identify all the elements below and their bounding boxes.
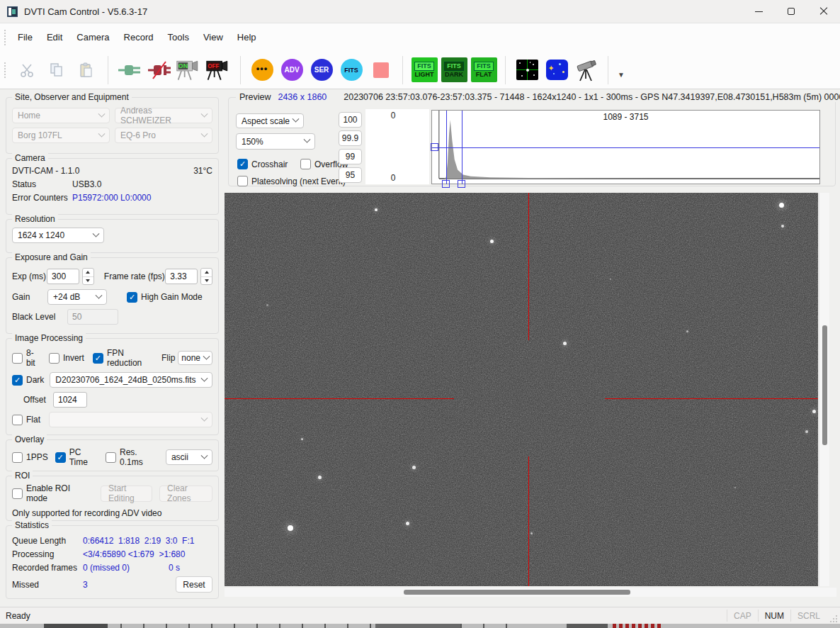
black-level-input[interactable] xyxy=(67,309,118,325)
camera-off-button[interactable]: OFF xyxy=(205,55,232,86)
menu-item-file[interactable]: File xyxy=(11,29,40,45)
record-adv-button[interactable]: ADV xyxy=(278,55,305,86)
fits-dark-icon: FITS DARK xyxy=(441,57,467,82)
enable-roi-checkbox[interactable] xyxy=(12,488,23,499)
exposure-stepper[interactable] xyxy=(82,268,94,285)
crosshair-checkbox[interactable]: ✓ xyxy=(237,159,248,169)
level-line-handle[interactable] xyxy=(431,143,438,151)
record-fits-button[interactable]: FITS xyxy=(338,55,365,86)
histogram[interactable]: 1089 - 3715 xyxy=(431,110,820,184)
num-lock-indicator: NUM xyxy=(758,610,790,621)
cut-button[interactable] xyxy=(13,55,40,86)
telescope-select[interactable]: Borg 107FL xyxy=(12,128,110,143)
pc-time-label: PC Time xyxy=(69,447,98,467)
percentile-button-99[interactable]: 99 xyxy=(339,149,362,164)
camera-temperature: 31°C xyxy=(193,166,212,176)
record-ser-button[interactable]: SER xyxy=(308,55,335,86)
menu-item-edit[interactable]: Edit xyxy=(40,29,69,45)
menu-item-camera[interactable]: Camera xyxy=(69,29,116,45)
night-sky-button[interactable]: ✦ xyxy=(543,55,570,86)
pc-time-checkbox[interactable]: ✓ xyxy=(55,452,66,463)
dark-file-select[interactable]: D20230706_1624_24dB_0250ms.fits xyxy=(50,372,212,388)
menu-item-help[interactable]: Help xyxy=(230,29,263,45)
statistics-row: Processing<3/4:65890 <1:679 >1:680 xyxy=(12,549,212,559)
menu-item-view[interactable]: View xyxy=(196,29,230,45)
horizontal-scrollbar-thumb[interactable] xyxy=(404,590,630,595)
missed-value: 3 xyxy=(83,580,176,590)
overlay-format-select[interactable]: ascii xyxy=(166,449,212,465)
platesolving-checkbox[interactable] xyxy=(237,176,248,186)
stop-record-button[interactable] xyxy=(368,55,395,86)
fits-light-button[interactable]: FITS LIGHT xyxy=(411,55,438,86)
telescope-button[interactable] xyxy=(573,55,600,86)
offset-input[interactable] xyxy=(53,392,87,408)
close-button[interactable] xyxy=(807,0,840,23)
preview-groupbox: Preview 2436 x 1860 20230706 23:57:03.07… xyxy=(228,97,836,186)
paste-button[interactable] xyxy=(73,55,100,86)
scissors-icon xyxy=(18,62,35,79)
histogram-level-line[interactable] xyxy=(432,147,819,148)
percentile-button-99.9[interactable]: 99.9 xyxy=(339,130,362,146)
close-icon xyxy=(819,7,828,16)
invert-checkbox[interactable] xyxy=(49,353,59,364)
fits-flat-button[interactable]: FITS FLAT xyxy=(470,55,497,86)
percentile-button-95[interactable]: 95 xyxy=(339,167,362,183)
vertical-scrollbar[interactable] xyxy=(819,193,829,586)
camera-group-title: Camera xyxy=(12,153,48,163)
white-point-handle[interactable] xyxy=(458,180,465,188)
gain-select[interactable]: +24 dB xyxy=(47,289,107,305)
horizontal-scrollbar[interactable] xyxy=(225,588,836,597)
star xyxy=(530,532,533,534)
missed-label: Missed xyxy=(12,580,83,590)
overflow-checkbox[interactable] xyxy=(300,159,311,169)
camera-on-icon: ON xyxy=(176,57,203,83)
background-window-sliver xyxy=(0,624,840,628)
fits-dark-button[interactable]: FITS DARK xyxy=(441,55,467,86)
paste-icon xyxy=(78,62,95,79)
flat-checkbox[interactable] xyxy=(12,415,23,425)
reset-button[interactable]: Reset xyxy=(176,576,212,593)
percentile-button-100[interactable]: 100 xyxy=(339,112,362,128)
zoom-select[interactable]: 150% xyxy=(236,133,315,150)
platesolve-button[interactable] xyxy=(513,55,540,86)
maximize-button[interactable] xyxy=(775,0,807,23)
exposure-input[interactable] xyxy=(47,269,79,284)
settings-panel: Site, Observer and Equipment Home Andrea… xyxy=(0,89,223,607)
resize-grip[interactable] xyxy=(828,613,838,623)
frame-rate-stepper[interactable] xyxy=(200,268,212,285)
resolution-select[interactable]: 1624 x 1240 xyxy=(12,228,104,243)
vertical-scrollbar-thumb[interactable] xyxy=(822,325,827,445)
live-view-button[interactable]: ••• xyxy=(249,55,276,86)
dark-checkbox[interactable]: ✓ xyxy=(12,375,23,386)
dark-label: Dark xyxy=(26,375,44,385)
frame-rate-input[interactable] xyxy=(165,269,198,284)
fpn-checkbox[interactable]: ✓ xyxy=(93,353,103,364)
connect-camera-button[interactable] xyxy=(116,55,143,86)
copy-button[interactable] xyxy=(43,55,70,86)
observer-select[interactable]: Andreas SCHWEIZER xyxy=(115,108,212,123)
1pps-checkbox[interactable] xyxy=(12,452,23,463)
camera-on-button[interactable]: ON xyxy=(176,55,203,86)
minimize-button[interactable] xyxy=(742,0,775,23)
chevron-down-icon xyxy=(98,110,106,117)
preview-image-canvas[interactable] xyxy=(225,193,818,586)
axis-top-label: 0 xyxy=(365,111,421,120)
site-location-select[interactable]: Home xyxy=(12,108,110,123)
star xyxy=(288,525,293,531)
res-01ms-checkbox[interactable] xyxy=(106,452,116,463)
black-point-handle[interactable] xyxy=(442,180,450,188)
statistics-row: Queue Length0:66412 1:818 2:19 3:0 F:1 xyxy=(12,536,212,546)
aspect-scale-select[interactable]: Aspect scale xyxy=(236,113,304,128)
menu-item-tools[interactable]: Tools xyxy=(161,29,196,45)
mount-select[interactable]: EQ-6 Pro xyxy=(115,128,212,143)
disconnect-camera-button[interactable] xyxy=(146,55,173,86)
start-editing-button[interactable]: Start Editing xyxy=(101,486,152,502)
flat-file-select[interactable] xyxy=(49,412,212,427)
menu-item-record[interactable]: Record xyxy=(117,29,161,45)
invert-label: Invert xyxy=(63,353,84,363)
clear-zones-button[interactable]: Clear Zones xyxy=(159,486,212,502)
8bit-checkbox[interactable] xyxy=(12,353,23,364)
high-gain-checkbox[interactable]: ✓ xyxy=(127,292,137,303)
toolbar-overflow-button[interactable]: ▼ xyxy=(616,61,629,79)
flip-select[interactable]: none xyxy=(178,351,212,365)
